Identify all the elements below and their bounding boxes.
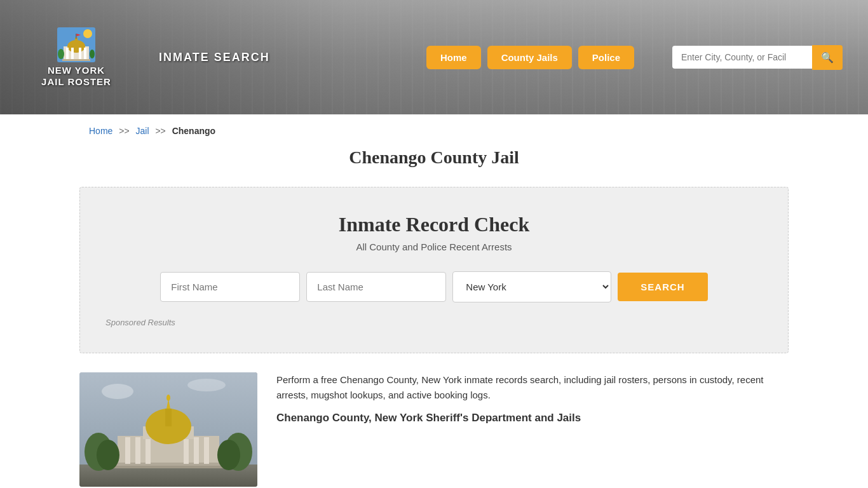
svg-rect-23: [194, 437, 199, 464]
logo-text: NEW YORK JAIL ROSTER: [41, 65, 111, 88]
breadcrumb-sep2: >>: [155, 126, 165, 136]
svg-rect-27: [165, 409, 172, 426]
svg-rect-8: [84, 48, 86, 59]
capitol-illustration: [79, 372, 257, 487]
nav-home[interactable]: Home: [426, 46, 481, 69]
svg-point-31: [97, 440, 119, 470]
svg-rect-20: [135, 437, 140, 464]
breadcrumb-home[interactable]: Home: [89, 126, 112, 136]
svg-point-35: [187, 379, 226, 391]
svg-point-12: [58, 49, 64, 59]
svg-point-33: [217, 440, 240, 470]
record-check-form: AlabamaAlaskaArizonaArkansasCaliforniaCo…: [105, 271, 763, 302]
header-search-input[interactable]: [672, 46, 812, 69]
svg-point-1: [83, 29, 92, 38]
svg-rect-4: [75, 37, 78, 48]
state-select[interactable]: AlabamaAlaskaArizonaArkansasCaliforniaCo…: [452, 271, 611, 302]
record-search-button[interactable]: SEARCH: [618, 273, 707, 301]
site-header: NEW YORK JAIL ROSTER INMATE SEARCH Home …: [0, 0, 868, 114]
svg-rect-5: [66, 48, 69, 59]
svg-rect-19: [125, 437, 130, 464]
svg-point-13: [90, 50, 95, 58]
last-name-input[interactable]: [306, 272, 446, 302]
building-image: [79, 372, 257, 487]
svg-rect-9: [62, 59, 90, 61]
svg-rect-22: [184, 437, 189, 464]
header-search-area: 🔍: [672, 45, 843, 70]
svg-rect-24: [204, 437, 209, 464]
record-check-section: Inmate Record Check All County and Polic…: [79, 187, 789, 353]
header-search-button[interactable]: 🔍: [812, 45, 843, 70]
first-name-input[interactable]: [160, 272, 300, 302]
page-title: Chenango County Jail: [0, 147, 868, 168]
sponsored-label: Sponsored Results: [105, 318, 763, 327]
breadcrumb-jail[interactable]: Jail: [136, 126, 149, 136]
svg-rect-7: [79, 48, 81, 59]
inmate-search-label: INMATE SEARCH: [159, 51, 270, 64]
breadcrumb-sep1: >>: [119, 126, 129, 136]
svg-rect-21: [146, 437, 151, 464]
breadcrumb-current: Chenango: [172, 126, 215, 136]
record-check-subtitle: All County and Police Recent Arrests: [105, 241, 763, 252]
svg-point-34: [102, 384, 133, 399]
logo-area[interactable]: NEW YORK JAIL ROSTER: [25, 27, 127, 88]
nav-county-jails[interactable]: County Jails: [487, 46, 572, 69]
bottom-text-area: Perform a free Chenango County, New York…: [276, 372, 789, 487]
svg-rect-10: [76, 34, 77, 39]
nav-police[interactable]: Police: [578, 46, 634, 69]
main-nav: Home County Jails Police: [426, 46, 634, 69]
bottom-subheading: Chenango County, New York Sheriff's Depa…: [276, 412, 789, 424]
site-logo-icon: [57, 27, 95, 62]
svg-point-29: [166, 395, 170, 401]
svg-rect-18: [111, 466, 226, 468]
bottom-description: Perform a free Chenango County, New York…: [276, 372, 789, 403]
bottom-section: Perform a free Chenango County, New York…: [0, 372, 868, 487]
record-check-title: Inmate Record Check: [105, 213, 763, 236]
svg-rect-6: [71, 48, 74, 59]
breadcrumb: Home >> Jail >> Chenango: [0, 114, 868, 147]
